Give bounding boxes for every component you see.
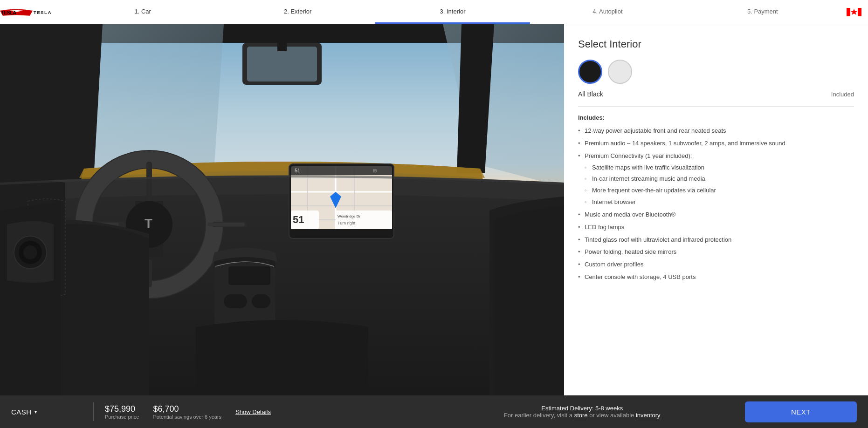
svg-rect-10 (247, 47, 317, 82)
canadian-flag (847, 8, 861, 16)
purchase-price-label: Purchase price (105, 414, 139, 420)
savings-block: $6,700 Potential savings over 6 years (153, 404, 221, 420)
panel-title: Select Interior (578, 38, 854, 50)
header: TESLA TESLA 1. Car 2. Exterior 3. Interi… (0, 0, 868, 24)
svg-rect-11 (277, 42, 287, 51)
svg-rect-42 (224, 294, 247, 308)
car-image-section: T (0, 24, 564, 395)
svg-text:T: T (145, 216, 152, 231)
footer-delivery-info: Estimated Delivery: 5-8 weeks For earlie… (427, 405, 738, 419)
tesla-wordmark: TESLA (33, 7, 65, 17)
section-divider (578, 106, 854, 107)
list-item: Center console with storage, 4 USB ports (578, 273, 854, 282)
sub-list-item: Internet browser (585, 198, 854, 207)
country-flag (840, 8, 868, 16)
footer-price-section: $75,990 Purchase price $6,700 Potential … (94, 404, 427, 420)
step-autopilot[interactable]: 4. Autopilot (530, 0, 685, 24)
list-item-connectivity: Premium Connectivity (1 year included): … (578, 152, 854, 207)
payment-type-label: CASH (11, 408, 32, 416)
earlier-delivery-text: For earlier delivery, visit a (504, 412, 574, 419)
payment-chevron-icon[interactable]: ▾ (34, 409, 37, 414)
sub-list-item: Satellite maps with live traffic visuali… (585, 163, 854, 172)
inventory-link[interactable]: inventory (636, 412, 661, 419)
step-car[interactable]: 1. Car (65, 0, 220, 24)
list-item: Power folding, heated side mirrors (578, 248, 854, 257)
or-text: or view available (589, 412, 636, 419)
svg-text:⊞: ⊞ (373, 168, 377, 173)
main-content: T (0, 24, 868, 395)
footer-bar: CASH ▾ $75,990 Purchase price $6,700 Pot… (0, 395, 868, 428)
tesla-logo-svg: TESLA (0, 7, 33, 17)
svg-rect-4 (858, 8, 861, 16)
svg-rect-33 (291, 166, 392, 175)
swatch-white[interactable] (608, 60, 632, 84)
store-link[interactable]: store (574, 412, 588, 419)
list-item: Custom driver profiles (578, 260, 854, 269)
svg-text:TESLA: TESLA (1, 9, 17, 15)
list-item: 12-way power adjustable front and rear h… (578, 127, 854, 136)
svg-text:Turn right: Turn right (338, 221, 356, 225)
payment-type-section: CASH ▾ (0, 408, 93, 416)
step-interior[interactable]: 3. Interior (375, 0, 530, 24)
step-exterior[interactable]: 2. Exterior (220, 0, 375, 24)
svg-text:Woodridge Dr: Woodridge Dr (338, 214, 361, 218)
color-swatches (578, 60, 854, 84)
svg-rect-17 (146, 162, 152, 201)
color-name: All Black (578, 90, 603, 98)
list-item: Music and media over Bluetooth® (578, 211, 854, 219)
right-panel: Select Interior All Black Included Inclu… (564, 24, 868, 395)
estimated-delivery-link[interactable]: Estimated Delivery: 5-8 weeks (541, 405, 623, 412)
purchase-price-block: $75,990 Purchase price (105, 404, 139, 420)
color-price: Included (831, 91, 854, 98)
svg-rect-22 (207, 223, 245, 226)
swatch-all-black[interactable] (578, 60, 602, 84)
svg-rect-2 (847, 8, 850, 16)
sub-list-item: In-car internet streaming music and medi… (585, 175, 854, 183)
svg-rect-43 (252, 294, 270, 308)
svg-point-47 (23, 245, 37, 259)
purchase-price-amount: $75,990 (105, 404, 139, 414)
list-item: Tinted glass roof with ultraviolet and i… (578, 236, 854, 245)
list-item: Premium audio – 14 speakers, 1 subwoofer… (578, 139, 854, 148)
list-item: LED fog lamps (578, 223, 854, 232)
selected-color-info: All Black Included (578, 90, 854, 98)
sub-list-item: More frequent over-the-air updates via c… (585, 186, 854, 195)
svg-rect-39 (336, 211, 392, 229)
step-payment[interactable]: 5. Payment (685, 0, 840, 24)
car-interior-svg: T (0, 24, 564, 395)
savings-amount: $6,700 (153, 404, 221, 414)
includes-list: 12-way power adjustable front and rear h… (578, 127, 854, 282)
next-button[interactable]: NEXT (745, 401, 857, 422)
tesla-logo[interactable]: TESLA TESLA (0, 7, 65, 17)
svg-text:TESLA: TESLA (34, 10, 52, 15)
car-image-background: T (0, 24, 564, 395)
connectivity-sub-list: Satellite maps with live traffic visuali… (585, 163, 854, 207)
svg-text:51: 51 (293, 214, 304, 225)
includes-heading: Includes: (578, 114, 854, 121)
show-details-link[interactable]: Show Details (235, 408, 271, 415)
svg-rect-36 (291, 229, 392, 237)
step-navigation: 1. Car 2. Exterior 3. Interior 4. Autopi… (65, 0, 840, 24)
svg-rect-44 (228, 266, 270, 285)
footer-actions: NEXT (737, 401, 868, 422)
svg-text:51: 51 (295, 168, 300, 173)
savings-label: Potential savings over 6 years (153, 414, 221, 420)
